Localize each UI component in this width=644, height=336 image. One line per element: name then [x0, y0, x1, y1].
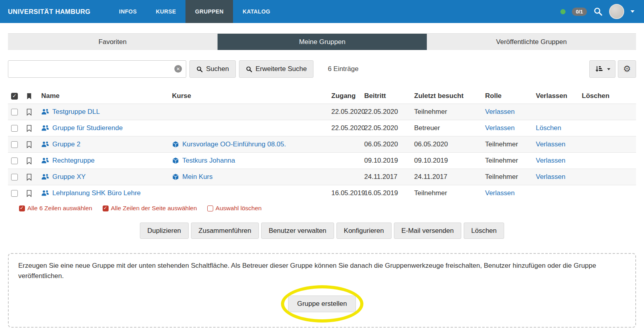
select-all-rows-link[interactable]: Alle 6 Zeilen auswählen — [19, 205, 92, 212]
bookmark-icon[interactable] — [25, 108, 33, 116]
online-status-dot — [560, 9, 566, 14]
course-link[interactable]: Mein Kurs — [182, 173, 213, 181]
clear-search-icon[interactable]: ✕ — [174, 65, 182, 73]
row-checkbox[interactable] — [11, 157, 18, 164]
gear-icon: ⚙ — [623, 65, 631, 73]
search-icon[interactable] — [593, 7, 603, 16]
loeschen-button[interactable]: Löschen — [464, 223, 504, 239]
main-nav: INFOS KURSE GRUPPEN KATALOG — [109, 0, 280, 23]
verlassen-link[interactable]: Verlassen — [536, 157, 582, 165]
col-header-rolle[interactable]: Rolle — [485, 92, 536, 100]
search-icon — [196, 66, 203, 73]
beitritt-cell: 22.05.2020 — [331, 124, 364, 132]
search-input[interactable] — [8, 60, 186, 78]
gruppe-erstellen-button[interactable]: Gruppe erstellen — [288, 296, 356, 312]
verlassen-link[interactable]: Verlassen — [536, 173, 582, 181]
table-row: Gruppe für Studierende 22.05.2020 22.05.… — [8, 120, 636, 136]
loeschen-link[interactable]: Löschen — [536, 124, 561, 132]
konfigurieren-button[interactable]: Konfigurieren — [336, 223, 392, 239]
rolle-cell: Betreuer — [414, 124, 485, 132]
nav-item-kurse[interactable]: KURSE — [146, 0, 185, 23]
col-header-name[interactable]: Name — [41, 92, 172, 100]
checked-checkbox-icon — [19, 205, 25, 211]
col-header-verlassen[interactable]: Verlassen — [536, 92, 582, 100]
nav-item-gruppen[interactable]: GRUPPEN — [185, 0, 233, 23]
search-row: ✕ Suchen Erweiterte Suche 6 Einträge ⚙ — [8, 60, 636, 78]
brand-logo[interactable]: UNIVERSITÄT HAMBURG — [0, 0, 98, 23]
zuletzt-besucht-cell: 22.05.2020 — [364, 124, 414, 132]
create-button-wrap: Gruppe erstellen — [18, 291, 626, 317]
bookmark-icon[interactable] — [25, 190, 33, 197]
group-icon — [41, 173, 49, 181]
duplizieren-button[interactable]: Duplizieren — [140, 223, 189, 239]
tab-favoriten[interactable]: Favoriten — [8, 34, 218, 50]
search-button[interactable]: Suchen — [189, 60, 236, 78]
advanced-search-button[interactable]: Erweiterte Suche — [239, 60, 313, 78]
verlassen-link[interactable]: Verlassen — [485, 189, 536, 197]
settings-button[interactable]: ⚙ — [618, 60, 636, 78]
search-button-label: Suchen — [206, 65, 229, 73]
select-all-checkbox[interactable] — [11, 93, 18, 100]
checked-checkbox-icon — [103, 205, 109, 211]
caret-down-icon — [607, 68, 610, 70]
avatar[interactable] — [609, 4, 624, 19]
table-tools: ⚙ — [589, 60, 636, 78]
course-icon — [172, 157, 179, 164]
presence-badge[interactable]: 0/1 — [572, 8, 587, 16]
bookmark-icon[interactable] — [25, 141, 33, 148]
email-versenden-button[interactable]: E-Mail versenden — [394, 223, 461, 239]
verlassen-link[interactable]: Verlassen — [485, 124, 536, 132]
clear-selection-label: Auswahl löschen — [216, 205, 262, 212]
col-header-beitritt[interactable]: Beitritt — [364, 92, 414, 100]
rolle-cell: Teilnehmer — [485, 173, 536, 181]
select-page-rows-link[interactable]: Alle Zeilen der Seite auswählen — [103, 205, 197, 212]
col-header-kurse[interactable]: Kurse — [172, 92, 331, 100]
col-header-zuletzt-besucht[interactable]: Zuletzt besucht — [414, 92, 485, 100]
beitritt-cell: 22.05.2020 — [331, 108, 364, 116]
group-name-link[interactable]: Rechtegruppe — [52, 157, 95, 165]
rolle-cell: Teilnehmer — [485, 140, 536, 148]
user-menu-caret-icon[interactable] — [631, 10, 634, 13]
group-icon — [41, 189, 49, 197]
sort-button[interactable] — [589, 60, 615, 78]
row-checkbox[interactable] — [11, 125, 18, 132]
zusammenfuehren-button[interactable]: Zusammenführen — [191, 223, 259, 239]
tab-meine-gruppen[interactable]: Meine Gruppen — [218, 34, 427, 50]
create-group-description: Erzeugen Sie eine neue Gruppe mit der un… — [18, 261, 626, 282]
clear-selection-link[interactable]: Auswahl löschen — [207, 205, 262, 212]
bookmark-icon[interactable] — [25, 125, 33, 132]
group-name-link[interactable]: Gruppe XY — [52, 173, 86, 181]
col-header-zugang[interactable]: Zugang — [331, 92, 364, 100]
group-name-link[interactable]: Gruppe für Studierende — [52, 124, 123, 132]
rolle-cell: Teilnehmer — [414, 108, 485, 116]
row-checkbox[interactable] — [11, 141, 18, 148]
beitritt-cell: 09.10.2019 — [364, 157, 414, 165]
nav-item-infos[interactable]: INFOS — [109, 0, 146, 23]
bookmark-icon[interactable] — [25, 157, 33, 165]
group-icon — [41, 124, 49, 132]
navbar-right: 0/1 — [560, 0, 644, 23]
course-link[interactable]: Testkurs Johanna — [182, 157, 235, 165]
tab-veroeffentlichte-gruppen[interactable]: Veröffentlichte Gruppen — [427, 34, 636, 50]
group-name-link[interactable]: Lehrplanung SHK Büro Lehre — [52, 189, 141, 197]
col-header-loeschen[interactable]: Löschen — [582, 92, 636, 100]
bookmark-icon[interactable] — [25, 92, 33, 100]
row-checkbox[interactable] — [11, 174, 18, 180]
group-name-link[interactable]: Testgruppe DLL — [52, 108, 100, 116]
verlassen-link[interactable]: Verlassen — [536, 140, 582, 148]
course-icon — [172, 141, 179, 148]
nav-item-katalog[interactable]: KATALOG — [233, 0, 280, 23]
zuletzt-besucht-cell: 24.11.2017 — [414, 173, 485, 181]
bookmark-icon[interactable] — [25, 173, 33, 181]
table-row: Gruppe 2 Kursvorlage OO-Einführung 08.05… — [8, 136, 636, 152]
verlassen-link[interactable]: Verlassen — [485, 108, 536, 116]
group-name-link[interactable]: Gruppe 2 — [52, 140, 80, 148]
select-all-rows-label: Alle 6 Zeilen auswählen — [27, 205, 92, 212]
beitritt-cell: 24.11.2017 — [364, 173, 414, 181]
benutzer-verwalten-button[interactable]: Benutzer verwalten — [261, 223, 334, 239]
rolle-cell: Teilnehmer — [414, 189, 485, 197]
row-checkbox[interactable] — [11, 109, 18, 115]
course-link[interactable]: Kursvorlage OO-Einführung 08.05. — [182, 140, 286, 148]
row-checkbox[interactable] — [11, 190, 18, 197]
entry-count: 6 Einträge — [328, 65, 359, 73]
